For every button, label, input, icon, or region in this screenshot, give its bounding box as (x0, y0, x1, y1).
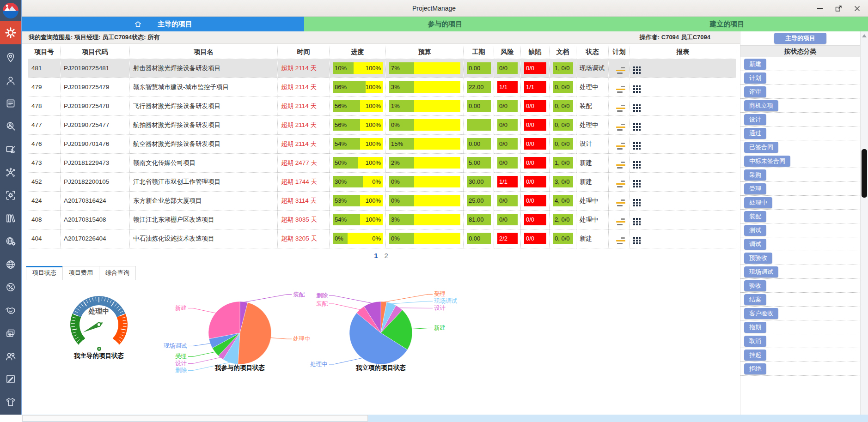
tab-created-projects[interactable]: 建立的项目 (586, 17, 868, 31)
tab-project-cost[interactable]: 项目费用 (62, 266, 99, 280)
table-row[interactable]: 481PJ20190725481射击器材激光焊接设备研发项目超期 2114 天1… (28, 59, 736, 78)
status-filter-button[interactable]: 验收 (744, 280, 766, 291)
table-row[interactable]: 452PJ20182200105江北省赣江市双创工作管理项目超期 1744 天3… (28, 172, 736, 191)
table-row[interactable]: 473PJ20181229473赣南文化传媒公司项目超期 2477 天50%10… (28, 153, 736, 172)
report-grid-icon[interactable] (633, 66, 641, 74)
progress-actual: 54% (333, 214, 360, 225)
cell-report (630, 210, 736, 229)
status-filter-button[interactable]: 拒绝 (744, 363, 766, 374)
status-filter-button[interactable]: 设计 (744, 114, 766, 125)
sidebar-item-approve[interactable] (0, 139, 21, 160)
report-grid-icon[interactable] (633, 237, 641, 244)
sidebar-item-network[interactable] (0, 163, 21, 183)
plan-gantt-icon[interactable] (616, 143, 625, 150)
cell-project-code: PJ20181229473 (61, 153, 130, 172)
report-grid-icon[interactable] (633, 123, 641, 131)
progress-plan: 100% (360, 100, 383, 112)
status-filter-button[interactable]: 新建 (744, 59, 766, 70)
report-grid-icon[interactable] (633, 85, 641, 93)
status-filter-button[interactable]: 商机立项 (744, 100, 778, 111)
status-filter-button[interactable]: 中标未签合同 (744, 156, 790, 167)
status-filter-button[interactable]: 受理 (744, 183, 766, 194)
table-row[interactable]: 479PJ20190725479赣东智慧城市建设-城市监控子项目超期 2114 … (28, 78, 736, 96)
vertical-scroll-thumb[interactable] (862, 149, 867, 198)
tab-project-status[interactable]: 项目状态 (26, 266, 63, 280)
restore-button[interactable] (835, 5, 842, 12)
status-filter-button[interactable]: 通过 (744, 128, 766, 139)
status-filter-button[interactable]: 测试 (744, 225, 766, 236)
sidebar-item-compose[interactable] (0, 369, 21, 389)
sidebar-item-find-person[interactable] (0, 116, 21, 137)
status-filter-button[interactable]: 采购 (744, 169, 766, 181)
report-grid-icon[interactable] (633, 104, 641, 112)
plan-gantt-icon[interactable] (616, 86, 625, 93)
sidebar-item-documents[interactable] (0, 93, 21, 114)
cell-report (630, 96, 736, 115)
tab-participating-projects[interactable]: 参与的项目 (304, 17, 586, 31)
vertical-scrollbar[interactable] (860, 31, 868, 415)
status-filter-button[interactable]: 评审 (744, 86, 766, 97)
app-logo[interactable] (0, 0, 22, 21)
cell-defect: 0/0 (521, 134, 550, 153)
sidebar-item-machine-settings[interactable] (0, 185, 21, 205)
plan-gantt-icon[interactable] (616, 181, 625, 187)
status-filter-button[interactable]: 预验收 (744, 253, 772, 264)
sidebar-item-finance[interactable]: $ (0, 323, 21, 344)
page-2[interactable]: 2 (385, 252, 388, 259)
status-filter-button[interactable]: 结案 (744, 294, 766, 305)
minimize-button[interactable] (816, 5, 824, 12)
table-row[interactable]: 477PJ20190725477航拍器材激光焊接设备研发项目超期 2114 天5… (28, 115, 736, 134)
table-row[interactable]: 408A20170315408赣江江北东湖棚户区改造项目超期 3035 天54%… (28, 210, 736, 229)
status-row: 拖期 (740, 320, 860, 334)
table-row[interactable]: 424A20170316424东方新企业总部大厦项目超期 3114 天53%10… (28, 191, 736, 210)
sidebar-item-global-config[interactable] (0, 231, 21, 252)
plan-gantt-icon[interactable] (616, 237, 625, 244)
sidebar-item-profile[interactable] (0, 71, 21, 91)
status-filter-button[interactable]: 调试 (744, 239, 766, 250)
sidebar-item-web[interactable] (0, 254, 21, 275)
table-row[interactable]: 478PJ20190725478飞行器材激光焊接设备研发项目超期 2114 天5… (28, 96, 736, 115)
cell-budget: 15% (386, 134, 464, 153)
budget-bar: 0% (389, 176, 460, 187)
plan-gantt-icon[interactable] (616, 199, 625, 206)
horizontal-scrollbar[interactable] (0, 415, 868, 422)
status-filter-button[interactable]: 拖期 (744, 322, 766, 333)
status-filter-button[interactable]: 计划 (744, 72, 766, 84)
sidebar-item-locations[interactable] (0, 48, 21, 68)
plan-gantt-icon[interactable] (616, 105, 625, 112)
status-filter-button[interactable]: 取消 (744, 336, 766, 347)
status-row: 新建 (740, 57, 860, 71)
leading-projects-button[interactable]: 主导的项目 (774, 33, 826, 44)
plan-gantt-icon[interactable] (616, 124, 625, 131)
sidebar-item-apparel[interactable] (0, 392, 21, 412)
report-grid-icon[interactable] (633, 218, 641, 225)
sidebar-item-settings[interactable] (0, 21, 21, 44)
status-filter-button[interactable]: 处理中 (744, 197, 772, 208)
budget-bar: 2% (389, 157, 460, 169)
horizontal-scroll-thumb[interactable] (22, 415, 368, 422)
page-1[interactable]: 1 (374, 252, 378, 259)
status-filter-button[interactable]: 现场调试 (744, 266, 778, 277)
scroll-up-icon[interactable] (862, 34, 867, 37)
status-filter-button[interactable]: 已签合同 (744, 142, 778, 153)
table-row[interactable]: 404A20170226404中石油炼化设施技术改造项目超期 3205 天0%0… (28, 229, 736, 248)
report-grid-icon[interactable] (633, 180, 641, 187)
status-filter-button[interactable]: 挂起 (744, 350, 766, 361)
report-grid-icon[interactable] (633, 199, 641, 206)
svg-text:装配: 装配 (293, 291, 305, 297)
sidebar-item-library[interactable] (0, 208, 21, 229)
tab-combined-query[interactable]: 综合查询 (99, 266, 136, 280)
plan-gantt-icon[interactable] (616, 162, 625, 169)
status-filter-button[interactable]: 装配 (744, 211, 766, 222)
sidebar-item-team[interactable] (0, 346, 21, 367)
tab-my-leading-projects[interactable]: 主导的项目 (22, 17, 304, 31)
sidebar-item-partners[interactable] (0, 300, 21, 320)
sidebar-item-discount[interactable] (0, 277, 21, 297)
report-grid-icon[interactable] (633, 161, 641, 169)
plan-gantt-icon[interactable] (616, 218, 625, 225)
table-row[interactable]: 476PJ20190701476航空器材激光焊接设备研发项目超期 2114 天5… (28, 134, 736, 153)
close-button[interactable] (853, 5, 861, 12)
plan-gantt-icon[interactable] (616, 67, 625, 74)
report-grid-icon[interactable] (633, 142, 641, 150)
status-filter-button[interactable]: 客户验收 (744, 308, 778, 319)
